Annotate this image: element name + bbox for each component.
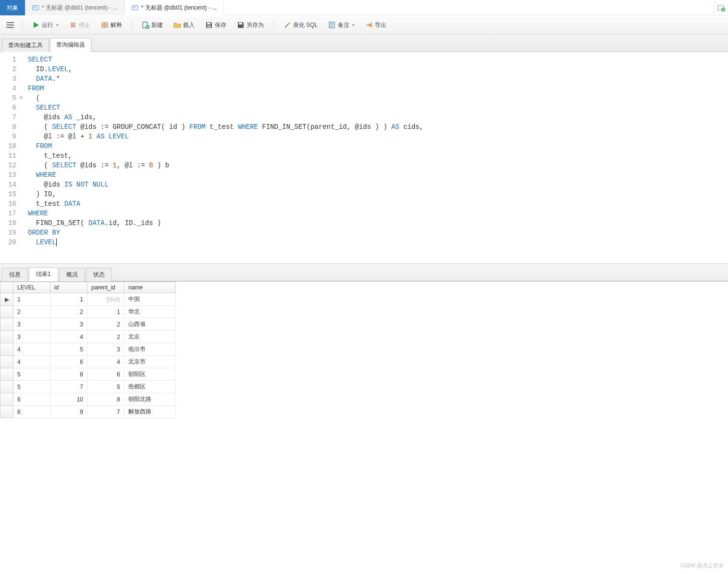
tab-result1[interactable]: 结果1	[29, 267, 58, 281]
note-icon	[328, 21, 336, 29]
svg-rect-12	[207, 25, 211, 27]
table-row[interactable]: 6108朝阳北路	[0, 393, 176, 406]
table-row[interactable]: 464北京市	[0, 356, 176, 368]
save-as-label: 另存为	[247, 21, 264, 29]
table-row[interactable]: 697解放西路	[0, 406, 176, 418]
tab-query-1-label: * 无标题 @db01 (tencent) - ...	[42, 4, 118, 12]
column-header[interactable]: id	[50, 282, 87, 293]
note-label: 备注	[338, 21, 349, 29]
result-tab-strip: 信息 结果1 概况 状态	[0, 264, 728, 281]
separator	[132, 20, 132, 30]
new-button[interactable]: 新建	[139, 20, 166, 31]
watermark: CSDN @壳上有女	[680, 562, 723, 569]
table-row[interactable]: 342北京	[0, 331, 176, 343]
column-header[interactable]: LEVEL	[13, 282, 50, 293]
query-icon	[32, 4, 39, 11]
sql-editor[interactable]: 1234567891011121314151617181920 ⊟ SELECT…	[0, 52, 728, 263]
svg-rect-8	[71, 23, 75, 27]
stop-icon	[69, 21, 77, 29]
chevron-down-icon: ▾	[56, 23, 59, 27]
add-tab-button[interactable]	[714, 0, 728, 15]
save-label: 保存	[215, 21, 226, 29]
wand-icon	[284, 21, 291, 29]
explain-button[interactable]: 解释	[98, 20, 125, 31]
tab-profile[interactable]: 概况	[59, 268, 85, 281]
chevron-down-icon: ▾	[352, 23, 355, 27]
tab-objects[interactable]: 对象	[0, 0, 25, 15]
tab-query-builder[interactable]: 查询创建工具	[2, 38, 49, 52]
save-button[interactable]: 保存	[202, 20, 229, 31]
beautify-label: 美化 SQL	[293, 21, 318, 29]
result-grid[interactable]: LEVELidparent_idname▶11(Null)中国221华北332山…	[0, 281, 728, 418]
save-as-button[interactable]: 另存为	[234, 20, 267, 31]
beautify-button[interactable]: 美化 SQL	[281, 20, 321, 31]
table-row[interactable]: 332山西省	[0, 318, 176, 331]
play-icon	[32, 21, 40, 29]
top-tab-bar: 对象 * 无标题 @db01 (tencent) - ... * 无标题 @db…	[0, 0, 728, 16]
column-header[interactable]: name	[124, 282, 176, 293]
tab-objects-label: 对象	[7, 4, 18, 12]
table-row[interactable]: 575尧都区	[0, 381, 176, 393]
export-icon	[365, 21, 373, 29]
query-icon	[132, 4, 138, 11]
folder-open-icon	[173, 21, 181, 29]
table-row[interactable]: ▶11(Null)中国	[0, 293, 176, 306]
save-as-icon	[237, 21, 245, 29]
toolbar: 运行 ▾ 停止 解释 新建 载入 保存 另存为 美化 SQL 备注 ▾ 导出	[0, 16, 728, 35]
tab-query-2-label: * 无标题 @db01 (tencent) - ...	[141, 4, 217, 12]
table-row[interactable]: 586朝阳区	[0, 368, 176, 381]
load-label: 载入	[183, 21, 195, 29]
load-button[interactable]: 载入	[171, 20, 197, 31]
note-button[interactable]: 备注 ▾	[325, 20, 358, 31]
menu-button[interactable]	[5, 20, 15, 30]
tab-query-2[interactable]: * 无标题 @db01 (tencent) - ...	[125, 0, 224, 15]
export-label: 导出	[375, 21, 386, 29]
svg-rect-13	[239, 23, 242, 25]
tab-query-editor[interactable]: 查询编辑器	[50, 38, 91, 52]
save-icon	[205, 21, 213, 29]
svg-rect-11	[207, 23, 210, 25]
run-label: 运行	[42, 21, 53, 29]
explain-label: 解释	[111, 21, 122, 29]
fold-gutter: ⊟	[18, 52, 24, 263]
run-button[interactable]: 运行 ▾	[29, 20, 62, 31]
tab-status[interactable]: 状态	[86, 268, 112, 281]
stop-label: 停止	[79, 21, 90, 29]
table-row[interactable]: 453临汾市	[0, 343, 176, 356]
tab-spacer	[224, 0, 714, 15]
editor-tab-strip: 查询创建工具 查询编辑器	[0, 35, 728, 52]
line-number-gutter: 1234567891011121314151617181920	[0, 52, 18, 263]
stop-button[interactable]: 停止	[66, 20, 93, 31]
code-area[interactable]: SELECT ID.LEVEL, DATA.*FROM ( SELECT @id…	[24, 52, 423, 263]
separator	[273, 20, 274, 30]
new-icon	[142, 21, 149, 29]
results-panel: 信息 结果1 概况 状态 LEVELidparent_idname▶11(Nul…	[0, 263, 728, 418]
column-header[interactable]: parent_id	[87, 282, 124, 293]
tab-info[interactable]: 信息	[2, 268, 28, 281]
export-button[interactable]: 导出	[362, 20, 389, 31]
table-row[interactable]: 221华北	[0, 306, 176, 318]
explain-icon	[101, 21, 109, 29]
new-label: 新建	[151, 21, 163, 29]
tab-query-1[interactable]: * 无标题 @db01 (tencent) - ...	[25, 0, 125, 15]
separator	[22, 20, 23, 30]
